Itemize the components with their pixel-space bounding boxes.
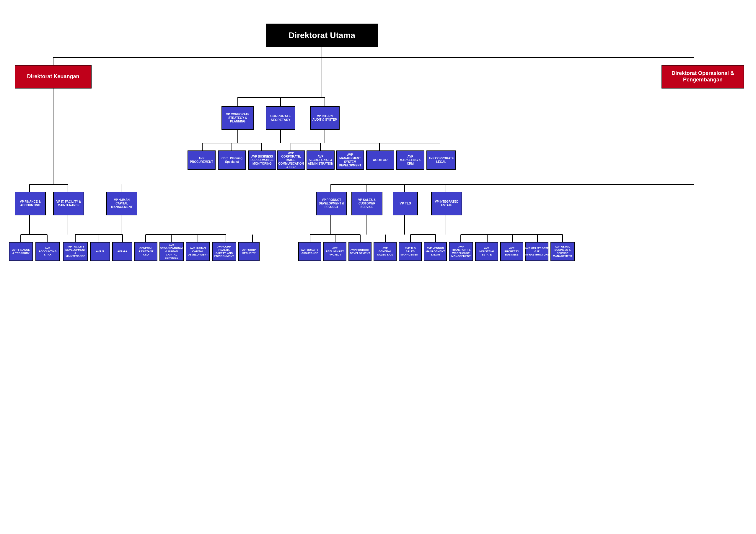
avp-quality-assurance-node: AVP QUALITY ASSURANCE xyxy=(298,242,321,261)
avp-org-human-capital-node: AVP ORGANIZATIONAL & HUMAN CAPITAL SERVI… xyxy=(159,242,184,261)
vp-it-facility-node: VP IT, FACILITY & MAINTENANCE xyxy=(53,192,84,216)
avp-corporate-image-node: AVP CORPORATE, IMAGE, COMMUNICATION & CS… xyxy=(277,150,305,170)
corp-planning-specialist-node: Corp. Planning Specialist xyxy=(218,150,246,170)
general-assistant-csd-node: GENERAL ASSISTANT CSD xyxy=(134,242,157,261)
avp-corp-health-safety-node: AVP CORP HEALTH, SAFETY, AND ENVIRONMENT xyxy=(212,242,236,261)
avp-procurement-node: AVP PROCUREMENT xyxy=(188,150,216,170)
vp-corporate-strategy-node: VP CORPORATE STRATEGY & PLANNING xyxy=(222,106,254,130)
dir-operasional-node: Direktorat Operasional & Pengembangan xyxy=(662,65,744,89)
vp-intern-audit-node: VP INTERN AUDIT & SYSTEM xyxy=(310,106,339,130)
avp-general-sales-cs-node: AVP GENERAL SALES & CS xyxy=(374,242,397,261)
avp-mgmt-system-node: AVP MANAGEMENT SYSTEM DEVELOPMENT xyxy=(336,150,364,170)
avp-product-development-node: AVP PRODUCT DEVELOPMENT xyxy=(348,242,371,261)
avp-accounting-tax-node: AVP ACCOUNTING & TAX xyxy=(36,242,60,261)
vp-finance-node: VP FINANCE & ACCOUNTING xyxy=(15,192,46,216)
auditor-node: AUDITOR xyxy=(366,150,394,170)
vp-sales-cs-node: VP SALES & CUSTOMER SERVICE xyxy=(351,192,382,216)
avp-finance-treasury-node: AVP FINANCE & TREASURY xyxy=(9,242,33,261)
corp-secretary-node: CORPORATE SECRETARY xyxy=(266,106,295,130)
root-node: Direktorat Utama xyxy=(266,24,378,47)
dir-keuangan-node: Direktorat Keuangan xyxy=(15,65,92,89)
avp-preliminary-project-node: AVP PRELIMINARY PROJECT xyxy=(323,242,346,261)
vp-product-dev-node: VP PRODUCT DEVELOPMENT & PROJECT xyxy=(316,192,347,216)
vp-integrated-estate-node: VP INTEGRATED ESTATE xyxy=(431,192,462,216)
vp-tls-node: VP TLS xyxy=(393,192,418,216)
avp-property-business-node: AVP PROPERTY BUSINESS xyxy=(500,242,523,261)
avp-human-capital-dev-node: AVP HUMAN CAPITAL DEVELOPMENT xyxy=(186,242,210,261)
avp-tls-sales-mgmt-node: AVP TLS SALES MANAGEMENT xyxy=(399,242,422,261)
avp-vendor-mgmt-node: AVP VENDOR MANAGEMENT & EXIM xyxy=(424,242,447,261)
org-chart: Direktorat Utama Direktorat Keuangan Dir… xyxy=(6,6,750,528)
avp-marketing-crm-node: AVP MARKETING & CRM xyxy=(396,150,424,170)
avp-corporate-legal-node: AVP CORPORATE LEGAL xyxy=(426,150,456,170)
avp-utility-gate-it-node: AVP UTILITY GATE & IT INFRASTRUCTURE xyxy=(526,242,548,261)
avp-corp-security-node: AVP CORP SECURITY xyxy=(238,242,259,261)
avp-ga-node: AVP GA xyxy=(112,242,132,261)
vp-human-capital-node: VP HUMAN CAPITAL MANAGEMENT xyxy=(106,192,137,216)
connectors xyxy=(6,6,750,528)
avp-transport-warehouse-node: AVP TRANSPORT & WAREHOUSE MANAGEMENT xyxy=(449,242,473,261)
avp-secretarial-node: AVP SECRETARIAL & ADMINISTRATION xyxy=(307,150,335,170)
avp-facility-dev-node: AVP FACILITY DEVELOPMENT & MAINTENANCE xyxy=(63,242,88,261)
avp-business-perf-node: AVP BUSINESS PERFORMANCE MONITORING xyxy=(248,150,276,170)
avp-industrial-estate-node: AVP INDUSTRIAL ESTATE xyxy=(475,242,498,261)
avp-it-node: AVP IT xyxy=(90,242,110,261)
avp-retail-business-node: AVP RETAIL BUSINESS & SERVICE MANAGEMENT xyxy=(551,242,575,261)
